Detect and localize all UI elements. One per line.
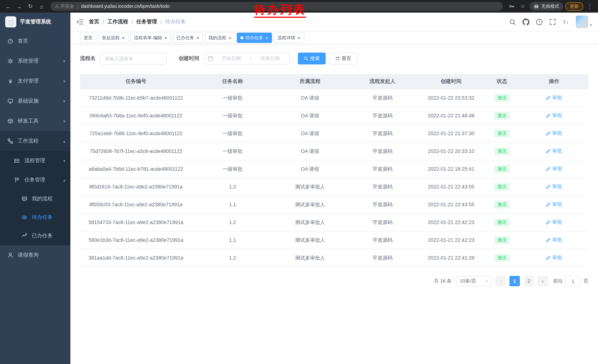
initiator-name: 芋道源码 [347,89,418,107]
github-icon[interactable] [523,18,530,25]
help-icon[interactable]: ? [536,18,543,25]
approve-link[interactable]: 审批 [546,237,562,243]
search-icon[interactable] [509,18,516,25]
user-menu[interactable]: ▾ [576,16,592,28]
browser-menu-icon[interactable]: ⋮ [585,2,594,11]
sidebar-item-todo-tasks[interactable]: 待办任务 [0,208,70,226]
incognito-badge: 无痕模式 [530,2,563,11]
action-cell: 审批 [520,249,589,267]
task-name: 1.1 [192,196,273,213]
tag-item-2[interactable]: 流程表单-编辑× [130,32,171,43]
tag-close-icon[interactable]: × [266,35,268,40]
approve-link[interactable]: 审批 [546,184,562,190]
active-tag-dot [241,36,244,39]
task-id: 58154733-7ac8-11ec-a9e2-a2380e71991a [80,213,192,231]
tag-close-icon[interactable]: × [196,35,199,40]
process-name-input[interactable] [100,53,167,65]
next-page-button[interactable]: › [538,276,548,286]
sidebar-collapse-icon[interactable] [76,18,84,25]
password-key-icon[interactable] [507,2,516,11]
breadcrumb-task-management[interactable]: 任务管理 [136,18,157,25]
tag-item-0[interactable]: 首页 [80,32,96,43]
chat-user-icon [22,196,27,202]
pencil-icon [546,113,551,118]
monitor-icon [8,98,13,104]
table-row: 069c6a63-7b8a-11ec-8ef0-acde48001122一级审批… [80,107,588,125]
browser-home-icon[interactable]: ⌂ [37,2,46,11]
browser-forward-icon[interactable]: → [15,2,24,11]
approve-link[interactable]: 审批 [546,219,562,226]
sidebar-item-system[interactable]: 系统管理 ▾ [0,51,70,71]
page-button-2[interactable]: 2 [523,276,534,286]
refresh-icon [335,56,340,61]
status-cell: 激活 [484,249,520,267]
reset-button[interactable]: 重置 [329,53,357,65]
sidebar-item-label: 任务管理 [25,177,45,183]
created-time: 2022-01-22 21:48:48 [418,107,484,125]
pencil-icon [546,167,551,171]
browser-update-button[interactable]: 更新 [565,2,583,11]
sidebar-item-home[interactable]: 首页 [0,31,70,51]
user-icon [8,252,13,258]
table-row: 381aa1dd-7ac8-11ec-a9e2-a2380e71991a1.2测… [80,249,588,267]
search-button[interactable]: 搜索 [298,53,326,65]
approve-link[interactable]: 审批 [546,201,562,208]
breadcrumb: 首页 / 工作流程 / 任务管理 / 待办任务 [89,18,186,25]
tag-item-4[interactable]: 我的流程× [205,32,235,43]
initiator-name: 芋道源码 [347,125,418,142]
app-title: 芋道管理系统 [20,18,51,25]
sidebar-item-task-management[interactable]: 任务管理 ▴ [0,170,70,190]
action-cell: 审批 [520,196,589,213]
approve-link[interactable]: 审批 [546,255,562,261]
sidebar-item-devtools[interactable]: 研发工具 ▾ [0,111,70,131]
approve-link[interactable]: 审批 [546,112,562,119]
tag-close-icon[interactable]: × [298,35,300,40]
created-time: 2022-01-22 20:33:10 [418,142,484,160]
page-button-1[interactable]: 1 [509,276,520,286]
tag-close-icon[interactable]: × [122,35,125,40]
breadcrumb-workflow[interactable]: 工作流程 [108,18,128,25]
initiator-name: 芋道源码 [347,231,418,249]
browser-reload-icon[interactable]: ↻ [26,2,35,11]
incognito-label: 无痕模式 [541,3,559,9]
tag-item-1[interactable]: 发起流程× [98,32,128,43]
approve-link[interactable]: 审批 [546,148,562,155]
browser-back-icon[interactable]: ← [4,2,13,11]
font-size-icon[interactable]: TT [563,18,570,25]
bookmark-star-icon[interactable]: ☆ [518,2,527,11]
goto-page-input[interactable] [565,276,581,286]
sidebar-item-my-processes[interactable]: 我的流程 [0,190,70,208]
main-area: 首页 / 工作流程 / 任务管理 / 待办任务 ? TT ▾ [70,13,598,364]
created-time: 2022-01-21 22:42:23 [418,231,484,249]
process-name-label: 流程名 [80,55,96,62]
sidebar-item-infrastructure[interactable]: 基础设施 ▾ [0,91,70,111]
page-size-select[interactable]: 10条/页 ▾ [456,276,492,286]
sidebar: 芋道管理系统 首页 系统管理 ▾ ¥ 支付管理 ▾ 基础设施 ▾ [0,13,70,364]
date-range-picker[interactable]: 开始日期 - 结束日期 [204,53,290,65]
sidebar-item-workflow[interactable]: 工作流程 ▴ [0,131,70,151]
sidebar-item-process-management[interactable]: 流程管理 ▾ [0,151,70,170]
tag-item-6[interactable]: 流程详情× [274,32,304,43]
tag-close-icon[interactable]: × [229,35,231,40]
status-badge: 激活 [494,183,510,191]
task-name: 一级审批 [192,89,273,107]
app-logo-row[interactable]: 芋道管理系统 [0,13,70,31]
created-time: 2022-01-21 22:41:29 [418,249,484,267]
sidebar-item-done-tasks[interactable]: 已办任务 [0,226,70,245]
status-badge: 激活 [494,94,510,102]
process-name: OA 请假 [273,107,347,125]
status-badge: 激活 [494,254,510,262]
approve-link[interactable]: 审批 [546,95,562,101]
approve-link[interactable]: 审批 [546,166,562,172]
fullscreen-icon[interactable] [549,18,556,25]
sidebar-item-leave-query[interactable]: 请假查询 [0,245,70,265]
action-cell: 审批 [520,125,589,142]
tag-item-3[interactable]: 已办任务× [173,32,203,43]
table-row: 73211d9d-7b9b-11ec-b5b7-acde48001122一级审批… [80,89,588,107]
breadcrumb-home[interactable]: 首页 [89,18,99,25]
prev-page-button[interactable]: ‹ [495,276,506,286]
sidebar-item-payment[interactable]: ¥ 支付管理 ▾ [0,71,70,91]
approve-link[interactable]: 审批 [546,130,562,137]
tag-close-icon[interactable]: × [164,35,167,40]
tag-item-5[interactable]: 待办任务× [237,32,272,43]
